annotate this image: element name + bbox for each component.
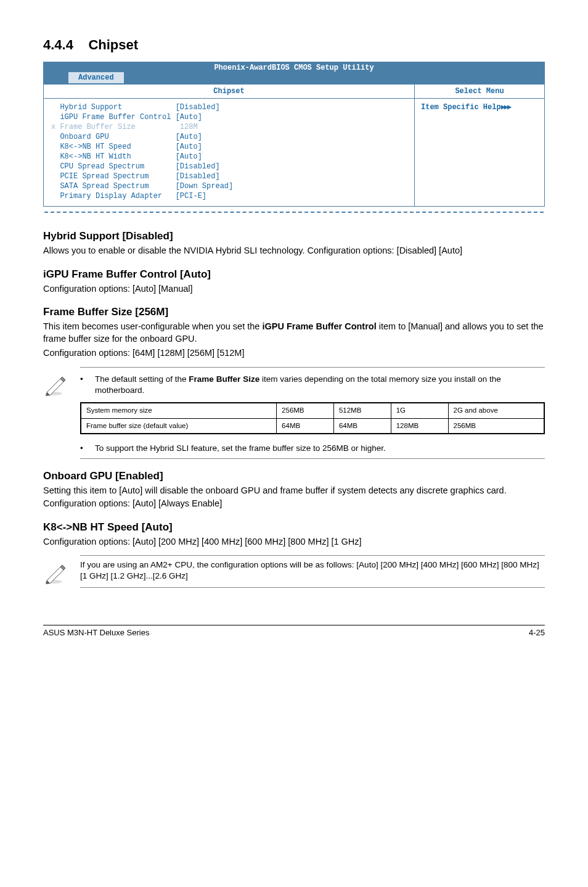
bios-option-row: Hybrid Support [Disabled]: [51, 102, 407, 112]
table-cell: 512MB: [333, 403, 391, 418]
text-frame-buffer-size-1: This item becomes user-configurable when…: [43, 321, 545, 345]
section-name: Chipset: [88, 37, 138, 52]
note-divider-bottom: [80, 587, 545, 588]
note-text-am2-cpu: If you are using an AM2+ CPU, the config…: [80, 559, 545, 582]
bios-help-panel: Item Specific Help▶▶▶: [415, 99, 544, 115]
table-cell: 1G: [391, 403, 448, 418]
help-arrows-icon: ▶▶▶: [501, 103, 511, 112]
bios-help-text: Item Specific Help: [421, 103, 501, 112]
bios-option-row: Primary Display Adapter [PCI-E]: [51, 191, 407, 201]
table-cell: System memory size: [81, 403, 277, 418]
bios-option-row: K8<->NB HT Width [Auto]: [51, 152, 407, 162]
heading-onboard-gpu: Onboard GPU [Enabled]: [43, 470, 545, 482]
bios-option-row: iGPU Frame Buffer Control [Auto]: [51, 112, 407, 122]
pencil-icon: [43, 559, 80, 586]
table-cell: Frame buffer size (default value): [81, 418, 277, 434]
bios-tab-advanced: Advanced: [68, 72, 124, 83]
note-frame-buffer: • The default setting of the Frame Buffe…: [43, 367, 545, 459]
bullet-icon: •: [80, 443, 95, 454]
bios-option-row: Onboard GPU [Auto]: [51, 132, 407, 142]
table-cell: 256MB: [277, 403, 334, 418]
table-cell: 64MB: [333, 418, 391, 434]
bios-title: Phoenix-AwardBIOS CMOS Setup Utility: [214, 64, 374, 72]
note-divider-top: [80, 555, 545, 556]
footer-product: ASUS M3N-HT Deluxe Series: [43, 628, 149, 637]
heading-k8-ht-speed: K8<->NB HT Speed [Auto]: [43, 521, 545, 534]
bios-right-header: Select Menu: [415, 85, 544, 99]
text-hybrid-support: Allows you to enable or disable the NVID…: [43, 245, 545, 257]
text-onboard-gpu-2: Configuration options: [Auto] [Always En…: [43, 498, 545, 510]
note-text-hybrid-sli: To support the Hybrid SLI feature, set t…: [95, 443, 386, 454]
section-number: 4.4.4: [43, 37, 73, 52]
heading-igpu-control: iGPU Frame Buffer Control [Auto]: [43, 268, 545, 281]
bullet-icon: •: [80, 374, 95, 396]
bios-left-header: Chipset: [44, 85, 414, 99]
pencil-icon: [43, 371, 80, 398]
table-cell: 64MB: [277, 418, 334, 434]
table-cell: 256MB: [448, 418, 544, 434]
text-k8-ht-speed: Configuration options: [Auto] [200 MHz] …: [43, 536, 545, 548]
heading-hybrid-support: Hybrid Support [Disabled]: [43, 230, 545, 242]
bios-option-row: K8<->NB HT Speed [Auto]: [51, 142, 407, 152]
page-footer: ASUS M3N-HT Deluxe Series 4-25: [43, 625, 545, 637]
note-text-default-fbs: The default setting of the Frame Buffer …: [95, 374, 545, 396]
bios-titlebar: Phoenix-AwardBIOS CMOS Setup Utility Adv…: [44, 62, 544, 85]
note-divider-bottom: [80, 458, 545, 459]
bios-options-list: Hybrid Support [Disabled] iGPU Frame Buf…: [44, 99, 414, 206]
footer-page-number: 4-25: [529, 628, 545, 637]
bios-option-row: SATA Spread Spectrum [Down Spread]: [51, 181, 407, 191]
bios-screenshot: Phoenix-AwardBIOS CMOS Setup Utility Adv…: [43, 62, 545, 207]
bios-option-row: x Frame Buffer Size 128M: [51, 122, 407, 132]
dashed-divider: [44, 212, 544, 213]
heading-frame-buffer-size: Frame Buffer Size [256M]: [43, 306, 545, 318]
text-frame-buffer-size-2: Configuration options: [64M] [128M] [256…: [43, 347, 545, 360]
note-divider-top: [80, 367, 545, 368]
note-k8-ht-speed: If you are using an AM2+ CPU, the config…: [43, 555, 545, 588]
table-cell: 2G and above: [448, 403, 544, 418]
bios-option-row: PCIE Spread Spectrum [Disabled]: [51, 171, 407, 181]
text-onboard-gpu-1: Setting this item to [Auto] will disable…: [43, 485, 545, 497]
memory-size-table: System memory size 256MB 512MB 1G 2G and…: [80, 402, 545, 434]
section-title: 4.4.4 Chipset: [43, 37, 545, 53]
table-cell: 128MB: [391, 418, 448, 434]
bios-option-row: CPU Spread Spectrum [Disabled]: [51, 162, 407, 171]
text-igpu-control: Configuration options: [Auto] [Manual]: [43, 283, 545, 295]
